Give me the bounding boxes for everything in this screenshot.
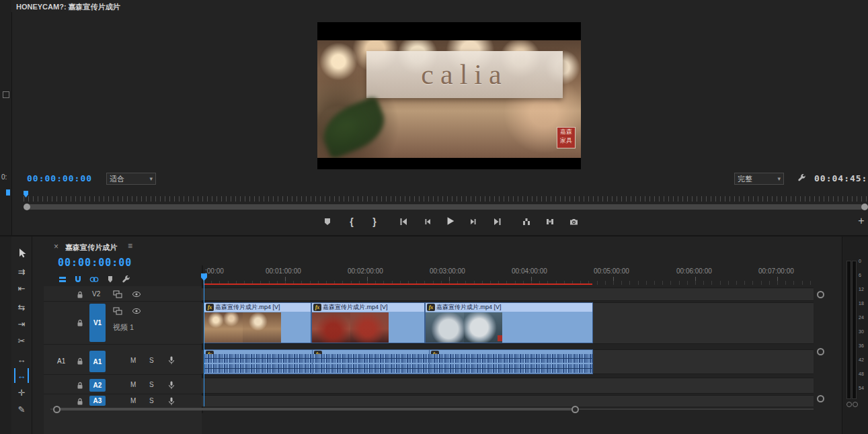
rate-stretch-tool[interactable]: ⇥ [14, 316, 29, 331]
button-editor-plus-button[interactable]: + [854, 214, 868, 228]
track-name-v1[interactable]: 视频 1 [113, 322, 134, 333]
program-scrollbar-left-handle[interactable] [24, 204, 30, 210]
slide-tool[interactable]: ↔ [14, 368, 29, 383]
lock-icon[interactable] [75, 318, 85, 328]
scroll-knob[interactable] [817, 395, 824, 402]
timeline-settings-wrench-icon[interactable] [121, 275, 130, 284]
toggle-track-output-eye-icon[interactable] [132, 306, 141, 316]
playback-resolution-value: 完整 [738, 174, 752, 184]
track-label-v2[interactable]: V2 [92, 290, 100, 298]
timeline-playhead-timecode[interactable]: 00:00:00:00 [58, 257, 132, 269]
slip-tool[interactable]: ↔ [14, 352, 29, 367]
fx-badge-icon[interactable]: fx [313, 304, 321, 311]
track-header-a1[interactable]: A1 A1 M S [44, 349, 202, 375]
audio-meter-scale: 0 6 12 18 24 30 36 42 48 54 [859, 259, 868, 403]
track-lane-v2[interactable] [202, 288, 814, 301]
chevron-down-icon: ▾ [777, 175, 781, 182]
scroll-knob[interactable] [817, 348, 824, 355]
extract-button[interactable] [543, 214, 557, 229]
add-marker-button[interactable] [320, 214, 335, 229]
lift-button[interactable] [519, 214, 534, 229]
track-lane-a3[interactable] [202, 395, 814, 406]
step-back-button[interactable] [420, 214, 434, 229]
zoom-level-select[interactable]: 适合 ▾ [106, 173, 156, 185]
program-settings-wrench-icon[interactable] [794, 171, 809, 185]
voiceover-mic-icon[interactable] [167, 355, 176, 365]
program-current-timecode[interactable]: 00:00:00:00 [27, 173, 92, 183]
meter-tick-label: 0 [859, 259, 861, 263]
lock-icon[interactable] [75, 290, 85, 300]
program-scrollbar-track[interactable] [24, 204, 868, 210]
lock-icon[interactable] [75, 357, 85, 366]
track-target-a3[interactable]: A3 [89, 396, 106, 406]
snap-icon[interactable] [73, 275, 83, 284]
solo-button-a3[interactable]: S [149, 397, 154, 404]
track-target-a1[interactable]: A1 [89, 351, 106, 372]
playback-resolution-select[interactable]: 完整 ▾ [734, 173, 784, 185]
track-display-icon[interactable] [113, 306, 122, 316]
track-lane-a2[interactable] [202, 378, 814, 394]
lock-icon[interactable] [75, 381, 85, 390]
solo-button-a1[interactable]: S [149, 357, 154, 364]
track-target-a2[interactable]: A2 [89, 379, 106, 392]
meter-channel-button[interactable] [846, 402, 852, 407]
program-scrollbar-bar[interactable] [26, 204, 863, 210]
solo-button-a2[interactable]: S [149, 381, 154, 388]
nested-sequence-icon[interactable] [58, 275, 67, 284]
track-target-v1[interactable]: V1 [89, 304, 106, 342]
video-clip-2[interactable]: fx嘉森宣传片成片.mp4 [V] [311, 302, 425, 343]
program-time-ruler[interactable] [24, 192, 868, 202]
voiceover-mic-icon[interactable] [167, 396, 176, 406]
program-video-frame[interactable]: calia 嘉森 家具 [317, 22, 581, 169]
timeline-tab-close-icon[interactable]: × [54, 242, 58, 251]
source-patch-a1[interactable]: A1 [57, 357, 65, 365]
lock-icon[interactable] [75, 397, 85, 406]
left-panel-edge: 0: [0, 0, 12, 434]
timeline-panel-menu-icon[interactable]: ≡ [128, 241, 132, 251]
rolling-edit-tool[interactable]: ⇆ [14, 300, 29, 314]
hand-tool[interactable]: ✛ [14, 385, 29, 400]
export-frame-camera-button[interactable] [566, 214, 581, 229]
pen-tool[interactable]: ✎ [14, 402, 29, 417]
program-tab-title[interactable]: HONEYCAM?: 嘉森宣传片成片 [16, 2, 120, 12]
track-select-forward-tool[interactable]: ⇉ [14, 264, 29, 279]
selection-tool[interactable] [14, 246, 29, 261]
audio-clip[interactable]: fx fx fx [204, 349, 593, 374]
zoom-handle-right[interactable] [571, 406, 579, 413]
mark-in-button[interactable]: { [344, 214, 359, 229]
track-display-icon[interactable] [113, 290, 122, 299]
track-header-a3[interactable]: A3 M S [44, 395, 202, 407]
razor-tool[interactable]: ✂ [14, 333, 29, 348]
mute-button-a2[interactable]: M [130, 381, 136, 388]
go-to-in-button[interactable] [396, 214, 411, 229]
mark-out-button[interactable]: } [367, 214, 382, 229]
video-clip-3[interactable]: fx嘉森宣传片成片.mp4 [V] [425, 302, 593, 343]
preview-image: calia 嘉森 家具 [317, 40, 581, 158]
timeline-tab-title[interactable]: 嘉森宣传片成片 [65, 243, 117, 253]
ripple-edit-tool[interactable]: ⇤ [14, 281, 29, 296]
track-header-v1[interactable]: V1 视频 1 [44, 302, 202, 345]
go-to-out-button[interactable] [490, 214, 505, 229]
zoom-handle-left[interactable] [53, 406, 61, 413]
thumbnail-watermark [498, 335, 502, 341]
fx-badge-icon[interactable]: fx [427, 304, 435, 311]
ruler-label: 00:02:00:00 [348, 267, 383, 275]
step-forward-button[interactable] [467, 214, 481, 229]
add-marker-icon[interactable] [106, 275, 115, 284]
fx-badge-icon[interactable]: fx [206, 304, 214, 311]
mute-button-a1[interactable]: M [130, 357, 136, 364]
track-header-a2[interactable]: A2 M S [44, 378, 202, 394]
toggle-track-output-eye-icon[interactable] [132, 290, 141, 299]
linked-selection-icon[interactable] [89, 275, 100, 284]
track-header-v2[interactable]: V2 [44, 288, 202, 302]
scroll-knob[interactable] [817, 291, 824, 298]
voiceover-mic-icon[interactable] [167, 380, 176, 390]
panel-menu-icon[interactable]: ≡ [110, 1, 115, 11]
meter-channel-button[interactable] [853, 402, 858, 407]
video-clip-1[interactable]: fx嘉森宣传片成片.mp4 [V] [204, 302, 311, 343]
play-button[interactable] [442, 214, 457, 228]
mute-button-a3[interactable]: M [130, 397, 136, 404]
timeline-playhead-line[interactable] [204, 275, 204, 406]
program-scrollbar-right-handle[interactable] [861, 204, 868, 210]
timeline-zoom-scrollbar-bar[interactable] [57, 408, 575, 410]
